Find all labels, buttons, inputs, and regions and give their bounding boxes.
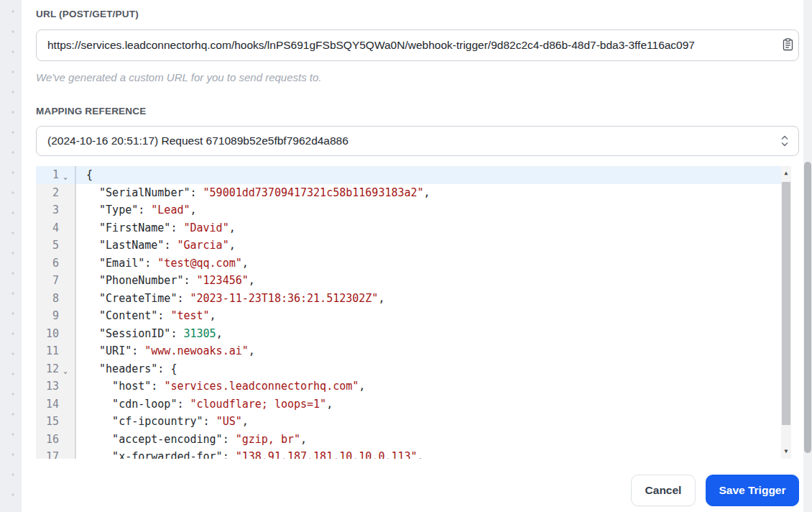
- code-line[interactable]: 6 "Email": "test@qq.com",: [36, 255, 791, 273]
- scroll-up-icon[interactable]: ▲: [781, 168, 791, 179]
- code-lines: 1⌄{2 "SerialNumber": "59001dd73709417321…: [36, 166, 791, 459]
- line-number: 12: [36, 360, 59, 378]
- mapping-reference-label: MAPPING REFERENCE: [36, 106, 799, 116]
- line-number-gutter: 13: [36, 378, 76, 396]
- page-scrollbar-thumb[interactable]: [804, 162, 811, 453]
- line-number-gutter: 9: [36, 307, 76, 325]
- copy-url-button[interactable]: [781, 38, 794, 52]
- code-line-text: "Type": "Lead",: [76, 201, 197, 219]
- code-line-text: "host": "services.leadconnectorhq.com",: [76, 378, 365, 396]
- clipboard-icon: [783, 38, 793, 53]
- editor-scrollbar[interactable]: ▲ ▼: [781, 166, 791, 459]
- code-line[interactable]: 9 "Content": "test",: [36, 307, 791, 325]
- line-number-gutter: 14: [36, 396, 76, 413]
- line-number: 10: [36, 325, 59, 343]
- code-line[interactable]: 11 "URI": "www.newoaks.ai",: [36, 342, 791, 360]
- line-number: 15: [36, 413, 59, 431]
- line-number: 14: [36, 396, 59, 413]
- line-number: 3: [36, 201, 59, 219]
- line-number: 16: [36, 431, 59, 449]
- url-helper-text: We've generated a custom URL for you to …: [36, 71, 799, 83]
- line-number: 1: [36, 166, 59, 184]
- code-line[interactable]: 5 "LastName": "Garcia",: [36, 237, 791, 255]
- code-line-text: "CreateTime": "2023-11-23T18:36:21.51230…: [76, 290, 384, 308]
- url-field-label: URL (POST/GET/PUT): [36, 9, 799, 19]
- json-code-editor[interactable]: 1⌄{2 "SerialNumber": "59001dd73709417321…: [36, 166, 791, 459]
- code-line-text: "Email": "test@qq.com",: [76, 255, 249, 273]
- code-line-text: "PhoneNumber": "123456",: [76, 272, 255, 290]
- fold-arrow-icon[interactable]: ⌄: [59, 173, 72, 180]
- code-line[interactable]: 4 "FirstName": "David",: [36, 219, 791, 237]
- code-line[interactable]: 13 "host": "services.leadconnectorhq.com…: [36, 378, 791, 396]
- code-line[interactable]: 3 "Type": "Lead",: [36, 201, 791, 219]
- code-line[interactable]: 8 "CreateTime": "2023-11-23T18:36:21.512…: [36, 290, 791, 308]
- fold-arrow-icon[interactable]: ⌄: [59, 367, 72, 375]
- line-number-gutter: 12⌄: [36, 360, 76, 378]
- scroll-down-icon[interactable]: ▼: [781, 446, 791, 457]
- line-number-gutter: 17: [36, 448, 76, 459]
- save-trigger-button[interactable]: Save Trigger: [706, 475, 799, 506]
- editor-scrollbar-thumb[interactable]: [782, 182, 790, 425]
- line-number: 11: [36, 342, 59, 360]
- code-line-text: "Content": "test",: [76, 307, 216, 325]
- code-line[interactable]: 7 "PhoneNumber": "123456",: [36, 272, 791, 290]
- line-number: 13: [36, 378, 59, 396]
- code-line-text: "FirstName": "David",: [76, 219, 236, 237]
- line-number: 7: [36, 272, 59, 290]
- line-number-gutter: 8: [36, 290, 76, 308]
- code-line-text: "URI": "www.newoaks.ai",: [76, 342, 255, 360]
- code-line-text: "SessionID": 31305,: [76, 325, 223, 343]
- code-line[interactable]: 1⌄{: [36, 166, 791, 184]
- line-number-gutter: 4: [36, 219, 76, 237]
- mapping-reference-select[interactable]: (2024-10-16 20:51:17) Request 671089b52e…: [36, 126, 799, 156]
- line-number-gutter: 15: [36, 413, 76, 431]
- line-number: 8: [36, 290, 59, 308]
- line-number-gutter: 6: [36, 255, 76, 273]
- page-scrollbar[interactable]: [803, 0, 812, 512]
- code-line-text: "x-forwarded-for": "138.91.187.181,10.10…: [76, 448, 424, 459]
- line-number-gutter: 2: [36, 184, 76, 202]
- code-line-text: "LastName": "Garcia",: [76, 237, 236, 255]
- code-line[interactable]: 17 "x-forwarded-for": "138.91.187.181,10…: [36, 448, 791, 459]
- webhook-url-field-wrap: [36, 29, 799, 61]
- code-line-text: {: [76, 166, 93, 184]
- line-number: 17: [36, 448, 59, 459]
- code-line[interactable]: 10 "SessionID": 31305,: [36, 325, 791, 343]
- code-line-text: "cf-ipcountry": "US",: [76, 413, 249, 431]
- cancel-button[interactable]: Cancel: [631, 475, 696, 506]
- webhook-trigger-panel: URL (POST/GET/PUT) We've generated a cus…: [22, 0, 803, 512]
- mapping-reference-selected-value: (2024-10-16 20:51:17) Request 671089b52e…: [47, 134, 349, 147]
- code-line-text: "cdn-loop": "cloudflare; loops=1",: [76, 396, 333, 413]
- line-number-gutter: 1⌄: [36, 166, 76, 184]
- line-number: 9: [36, 307, 59, 325]
- code-line[interactable]: 2 "SerialNumber": "59001dd73709417321c58…: [36, 184, 791, 202]
- line-number: 6: [36, 255, 59, 273]
- line-number-gutter: 10: [36, 325, 76, 343]
- workflow-canvas-edge: [0, 0, 22, 512]
- footer-actions: Cancel Save Trigger: [36, 475, 799, 506]
- line-number: 2: [36, 184, 59, 202]
- line-number-gutter: 5: [36, 237, 76, 255]
- line-number-gutter: 7: [36, 272, 76, 290]
- line-number-gutter: 11: [36, 342, 76, 360]
- line-number-gutter: 16: [36, 431, 76, 449]
- code-line-text: "accept-encoding": "gzip, br",: [76, 431, 307, 449]
- line-number: 4: [36, 219, 59, 237]
- line-number: 5: [36, 237, 59, 255]
- line-number-gutter: 3: [36, 201, 76, 219]
- webhook-url-input[interactable]: [36, 29, 799, 61]
- code-line-text: "headers": {: [76, 360, 177, 378]
- code-line[interactable]: 15 "cf-ipcountry": "US",: [36, 413, 791, 431]
- chevron-up-down-icon: [780, 134, 789, 148]
- code-line[interactable]: 16 "accept-encoding": "gzip, br",: [36, 431, 791, 449]
- code-line[interactable]: 14 "cdn-loop": "cloudflare; loops=1",: [36, 396, 791, 413]
- code-line[interactable]: 12⌄ "headers": {: [36, 360, 791, 378]
- code-line-text: "SerialNumber": "59001dd73709417321c58b1…: [76, 184, 430, 202]
